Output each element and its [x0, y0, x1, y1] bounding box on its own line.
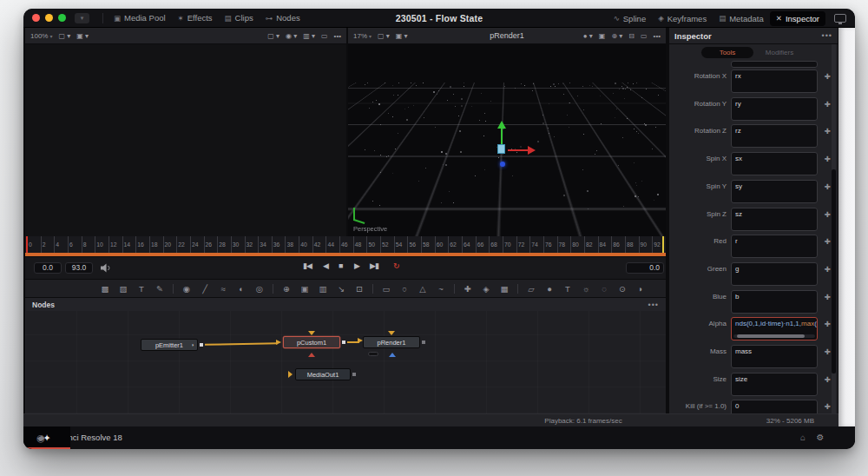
- effects-button[interactable]: ✶Effects: [172, 10, 219, 25]
- play-reverse-button[interactable]: ◀: [323, 261, 328, 270]
- node-input-connector[interactable]: [288, 371, 293, 378]
- inspector-tab[interactable]: Tools: [701, 47, 753, 58]
- range-start-field[interactable]: 0.0: [34, 262, 62, 274]
- tool-resize[interactable]: ↘: [336, 284, 346, 294]
- tool-fastnoise[interactable]: ▨: [118, 284, 128, 294]
- wire-pEmitter1-pCustom1[interactable]: [205, 342, 278, 345]
- param-field[interactable]: size: [731, 373, 818, 396]
- inspector-options-icon[interactable]: •••: [822, 31, 832, 40]
- tool-hue-curves[interactable]: ≈: [218, 284, 228, 294]
- tool-color-curves[interactable]: ╱: [200, 284, 210, 294]
- zoom-level-select[interactable]: 17%▾: [353, 32, 372, 40]
- viewer-option-icon[interactable]: ▢ ▾: [378, 32, 390, 40]
- tool-spot-light[interactable]: ☼: [581, 284, 591, 294]
- tool-color-corrector[interactable]: ◉: [181, 284, 192, 294]
- node-input-connector[interactable]: [388, 331, 395, 335]
- viewer-display-icon[interactable]: ◉ ▾: [286, 32, 297, 40]
- param-field[interactable]: sy: [731, 180, 818, 203]
- current-frame-field[interactable]: 0.0: [626, 262, 664, 274]
- param-field[interactable]: sx: [731, 152, 818, 175]
- zoom-level-select[interactable]: 100%▾: [30, 32, 52, 40]
- param-field[interactable]: sz: [731, 208, 818, 231]
- tool-camera-3d[interactable]: ⊙: [617, 284, 628, 294]
- page-deliver[interactable]: ➔: [23, 426, 58, 449]
- tool-merge[interactable]: ⊕: [281, 284, 292, 294]
- viewer-display-icon[interactable]: ▣: [599, 32, 606, 40]
- node-graph[interactable]: pEmitter1◗ pCustom1 pRender1 MediaOut1: [25, 311, 666, 413]
- viewer-display-icon[interactable]: ▥ ▾: [303, 32, 315, 40]
- param-field[interactable]: b: [731, 290, 818, 314]
- clean-feed-monitor-icon[interactable]: [834, 14, 846, 23]
- viewer-display-icon[interactable]: ▭: [321, 32, 328, 40]
- workspace-toggle-icon[interactable]: ▾: [75, 13, 89, 23]
- gizmo-center-handle[interactable]: [497, 144, 505, 154]
- tool-rectangle-mask[interactable]: ▭: [381, 284, 391, 294]
- clips-button[interactable]: ▤Clips: [219, 10, 260, 25]
- viewer-display-icon[interactable]: ⊟: [628, 32, 635, 40]
- keyframes-button[interactable]: ◈Keyframes: [652, 11, 713, 26]
- param-field[interactable]: rx: [731, 69, 818, 93]
- param-field[interactable]: 0: [731, 400, 818, 413]
- right-viewer-3d[interactable]: Perspective: [348, 44, 666, 236]
- tool-tracker[interactable]: ✚: [463, 284, 473, 294]
- settings-gear-icon[interactable]: ⚙: [813, 426, 827, 449]
- tool-media-in[interactable]: ▥: [318, 284, 328, 294]
- range-end-marker[interactable]: [662, 236, 664, 253]
- node-input-connector[interactable]: [308, 331, 315, 335]
- tool-crop[interactable]: ⊡: [354, 284, 365, 294]
- node-camera-connector[interactable]: [389, 353, 396, 357]
- inspector-button[interactable]: ✕Inspector: [770, 11, 825, 26]
- tool-image-plane-3d[interactable]: ▱: [526, 284, 536, 294]
- tool-bspline-mask[interactable]: ~: [436, 284, 446, 294]
- tool-text-3d[interactable]: T: [562, 284, 573, 294]
- tool-brightness-contrast[interactable]: ◐: [236, 284, 247, 294]
- render-range-bar[interactable]: [25, 253, 666, 256]
- range-end-field[interactable]: 93.0: [65, 262, 93, 274]
- inspector-tab[interactable]: Modifiers: [753, 47, 806, 58]
- go-to-end-button[interactable]: ▶▮: [370, 261, 378, 270]
- spline-button[interactable]: ∿Spline: [608, 11, 653, 26]
- zoom-window-button[interactable]: [58, 14, 66, 22]
- tool-ellipse-mask[interactable]: ○: [399, 284, 410, 294]
- param-field[interactable]: rz: [731, 124, 818, 148]
- tool-grid-warp[interactable]: ▦: [499, 284, 510, 294]
- tool-blur[interactable]: ◎: [254, 284, 265, 294]
- node-pRender1[interactable]: pRender1: [363, 336, 420, 348]
- tool-background[interactable]: ▩: [100, 284, 110, 294]
- media-pool-button[interactable]: ▣Media Pool: [108, 10, 172, 25]
- tool-matte-control[interactable]: ▣: [299, 284, 310, 294]
- view-mode-label[interactable]: Perspective: [353, 225, 387, 233]
- node-output-connector[interactable]: [342, 340, 345, 344]
- param-field[interactable]: r: [731, 235, 818, 258]
- viewer-option-icon[interactable]: ▢ ▾: [58, 32, 70, 40]
- scrollbar-thumb[interactable]: [832, 169, 836, 374]
- inspector-scrollbar[interactable]: [832, 44, 836, 413]
- stop-button[interactable]: ■: [339, 261, 342, 270]
- viewer-option-icon[interactable]: ▣ ▾: [76, 32, 89, 40]
- gizmo-z-handle[interactable]: [500, 162, 505, 167]
- expression-hscrollbar[interactable]: [733, 334, 815, 338]
- node-output-connector[interactable]: [200, 343, 203, 347]
- minimize-button[interactable]: [45, 14, 53, 22]
- home-icon[interactable]: ⌂: [796, 426, 810, 449]
- clipped-field[interactable]: [731, 61, 818, 68]
- tool-planar-tracker[interactable]: ◈: [481, 284, 491, 294]
- nodes-options-icon[interactable]: •••: [648, 301, 659, 309]
- tool-fbx-mesh[interactable]: ◌: [599, 284, 609, 294]
- viewer-display-icon[interactable]: ▢ ▾: [267, 32, 279, 40]
- audio-mute-icon[interactable]: [100, 263, 111, 273]
- gizmo-x-axis[interactable]: [508, 149, 529, 151]
- node-MediaOut1[interactable]: MediaOut1: [295, 368, 351, 380]
- tool-renderer-3d[interactable]: ◗: [635, 284, 646, 294]
- left-viewer[interactable]: [25, 44, 346, 236]
- node-pEmitter1[interactable]: pEmitter1◗: [141, 339, 198, 351]
- tool-shape-3d[interactable]: ●: [544, 284, 555, 294]
- viewer-display-icon[interactable]: •••: [654, 32, 661, 40]
- viewer-display-icon[interactable]: ⊕ ▾: [611, 32, 622, 40]
- tool-text-plus[interactable]: T: [136, 284, 147, 294]
- viewer-display-icon[interactable]: ● ▾: [583, 32, 593, 40]
- go-to-start-button[interactable]: ▮◀: [303, 261, 312, 270]
- node-output-connector[interactable]: [352, 373, 356, 376]
- tool-polygon-mask[interactable]: △: [418, 284, 428, 294]
- close-button[interactable]: [32, 14, 40, 22]
